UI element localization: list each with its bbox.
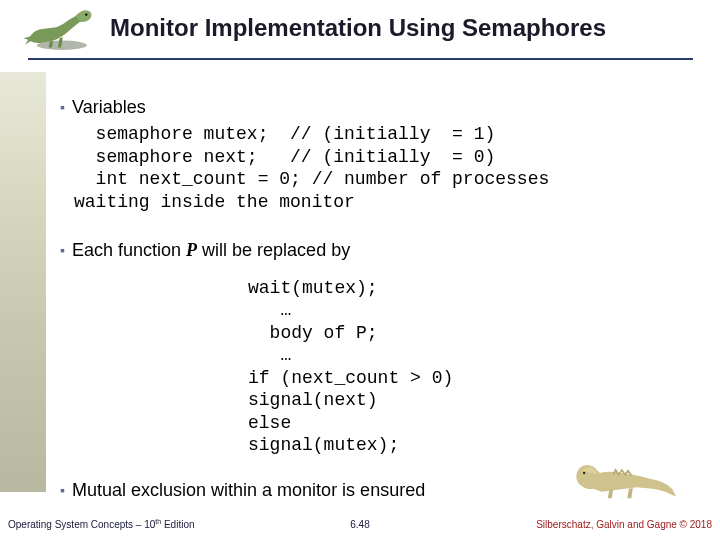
dinosaur-logo-icon [18, 2, 98, 57]
bullet-icon: ▪ [60, 479, 72, 499]
slide-content: ▪ Variables semaphore mutex; // (initial… [60, 96, 700, 506]
bullet-each-function: Each function P will be replaced by [72, 239, 350, 262]
svg-point-1 [85, 13, 87, 15]
slide-footer: Operating System Concepts – 10th Edition… [0, 500, 720, 540]
code-variables: semaphore mutex; // (initially = 1) sema… [74, 123, 700, 213]
code-function-body: wait(mutex); … body of P; … if (next_cou… [248, 277, 700, 457]
title-underline [28, 58, 693, 60]
svg-point-2 [583, 472, 585, 474]
left-sidebar-decoration [0, 72, 46, 492]
bullet-icon: ▪ [60, 96, 72, 116]
footer-copyright: Silberschatz, Galvin and Gagne © 2018 [536, 519, 712, 530]
bullet-variables: Variables [72, 96, 146, 119]
bullet-icon: ▪ [60, 239, 72, 259]
slide-title: Monitor Implementation Using Semaphores [110, 14, 606, 42]
dinosaur-footer-icon [570, 451, 680, 506]
bullet-mutual-exclusion: Mutual exclusion within a monitor is ens… [72, 479, 425, 502]
